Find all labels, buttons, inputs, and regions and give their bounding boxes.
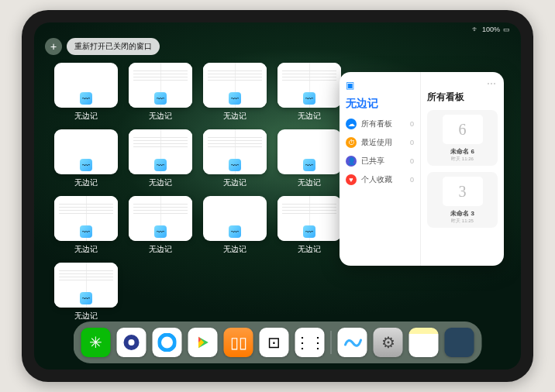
- app-window-thumb[interactable]: 〰无边记: [53, 63, 119, 126]
- thumb-label: 无边记: [149, 244, 172, 255]
- board-name: 未命名 6: [450, 147, 474, 156]
- thumb-label: 无边记: [298, 177, 321, 188]
- sidebar-item-label: 已共享: [361, 156, 405, 167]
- dock-wechat-icon[interactable]: ✳: [81, 328, 111, 357]
- app-window-thumb[interactable]: 〰无边记: [127, 196, 194, 260]
- battery-icon: ▭: [503, 26, 510, 33]
- sidebar-item-count: 0: [410, 120, 414, 128]
- thumb-label: 无边记: [298, 111, 321, 122]
- board-name: 未命名 3: [450, 209, 474, 218]
- app-window-thumb[interactable]: 〰无边记: [127, 129, 194, 193]
- sidebar-item-count: 0: [410, 176, 414, 184]
- app-window-thumb[interactable]: 〰无边记: [53, 196, 119, 260]
- ipad-frame: ᯤ 100% ▭ + 重新打开已关闭的窗口 〰无边记〰无边记〰无边记〰无边记〰无…: [22, 10, 533, 382]
- new-window-button[interactable]: +: [45, 38, 62, 55]
- boards-heading: 所有看板: [427, 91, 498, 104]
- freeform-app-icon: 〰: [303, 159, 315, 171]
- board-timestamp: 昨天 11:25: [451, 218, 474, 225]
- board-preview: 3: [443, 177, 483, 206]
- dock-browser-icon[interactable]: [117, 328, 147, 357]
- wifi-icon: ᯤ: [472, 26, 479, 33]
- app-window-thumb[interactable]: 〰无边记: [276, 196, 343, 260]
- thumb-label: 无边记: [149, 111, 172, 122]
- board-preview: 6: [443, 115, 483, 144]
- screen: ᯤ 100% ▭ + 重新打开已关闭的窗口 〰无边记〰无边记〰无边记〰无边记〰无…: [34, 22, 521, 370]
- board-timestamp: 昨天 11:26: [451, 156, 474, 163]
- freeform-app-icon: 〰: [154, 92, 167, 105]
- dock-separator: [331, 331, 332, 354]
- thumb-label: 无边记: [74, 111, 98, 122]
- thumb-label: 无边记: [74, 311, 98, 322]
- sidebar-item-count: 0: [410, 139, 414, 146]
- sidebar-item-label: 个人收藏: [361, 174, 405, 185]
- dock-books-icon[interactable]: ▯▯: [224, 328, 253, 357]
- sidebar-item-count: 0: [410, 157, 414, 165]
- sidebar-toggle-icon[interactable]: ▣: [346, 80, 354, 91]
- blue-category-icon: ☁: [346, 119, 357, 129]
- dock-recents-icon[interactable]: [445, 328, 474, 357]
- dock-share-icon[interactable]: ⋮⋮: [295, 328, 325, 357]
- thumb-label: 无边记: [149, 177, 172, 188]
- freeform-app-icon: 〰: [80, 159, 92, 171]
- freeform-app-icon: 〰: [80, 92, 92, 105]
- dock-freeform-icon[interactable]: [338, 328, 367, 357]
- app-window-thumb[interactable]: 〰无边记: [127, 63, 194, 126]
- app-window-thumb[interactable]: 〰无边记: [202, 63, 268, 126]
- thumb-label: 无边记: [74, 244, 98, 255]
- board-card[interactable]: 3未命名 3昨天 11:25: [427, 172, 498, 228]
- svg-point-1: [129, 339, 135, 346]
- sidebar-item-最近使用[interactable]: ⏱最近使用0: [346, 137, 414, 148]
- thumb-label: 无边记: [223, 111, 246, 122]
- popover-content: ⋯ 所有看板 6未命名 6昨天 11:263未命名 3昨天 11:25: [421, 72, 504, 266]
- indigo-category-icon: 👤: [346, 156, 357, 167]
- popover-title: 无边记: [346, 97, 414, 111]
- dock-game-icon[interactable]: ⊡: [260, 328, 289, 357]
- app-window-thumb[interactable]: 〰无边记: [53, 263, 119, 326]
- app-window-thumb[interactable]: 〰无边记: [276, 63, 343, 126]
- reopen-closed-window-button[interactable]: 重新打开已关闭的窗口: [67, 38, 160, 55]
- freeform-app-icon: 〰: [154, 225, 167, 238]
- thumb-label: 无边记: [223, 177, 246, 188]
- freeform-app-icon: 〰: [229, 159, 241, 171]
- freeform-app-icon: 〰: [229, 92, 241, 105]
- app-window-thumb[interactable]: 〰无边记: [202, 129, 268, 193]
- dock-settings-icon[interactable]: ⚙: [374, 328, 403, 357]
- app-window-thumb[interactable]: 〰无边记: [276, 129, 343, 193]
- reopen-bar: + 重新打开已关闭的窗口: [45, 38, 160, 55]
- battery-label: 100%: [482, 26, 500, 33]
- status-bar: ᯤ 100% ▭: [34, 26, 521, 33]
- freeform-app-icon: 〰: [229, 225, 241, 238]
- dock-qq-browser-icon[interactable]: [153, 328, 182, 357]
- freeform-popover: ▣ 无边记 ☁所有看板0⏱最近使用0👤已共享0♥个人收藏0 ⋯ 所有看板 6未命…: [340, 72, 504, 266]
- app-switcher-grid: 〰无边记〰无边记〰无边记〰无边记〰无边记〰无边记〰无边记〰无边记〰无边记〰无边记…: [53, 63, 343, 326]
- thumb-label: 无边记: [298, 244, 321, 255]
- red-category-icon: ♥: [346, 174, 357, 185]
- sidebar-item-个人收藏[interactable]: ♥个人收藏0: [346, 174, 414, 185]
- thumb-label: 无边记: [223, 244, 246, 255]
- dock-notes-icon[interactable]: [409, 328, 439, 357]
- thumb-label: 无边记: [74, 177, 98, 188]
- freeform-app-icon: 〰: [154, 159, 167, 171]
- popover-more-icon[interactable]: ⋯: [487, 78, 496, 89]
- sidebar-item-label: 最近使用: [361, 137, 405, 148]
- sidebar-item-已共享[interactable]: 👤已共享0: [346, 156, 414, 167]
- sidebar-item-label: 所有看板: [361, 119, 405, 129]
- yellow-category-icon: ⏱: [346, 137, 357, 148]
- freeform-app-icon: 〰: [80, 225, 92, 238]
- app-window-thumb[interactable]: 〰无边记: [202, 196, 268, 260]
- app-window-thumb[interactable]: 〰无边记: [53, 129, 119, 193]
- freeform-app-icon: 〰: [303, 92, 315, 105]
- dock: ✳▯▯⊡⋮⋮⚙: [74, 322, 482, 363]
- popover-sidebar: ▣ 无边记 ☁所有看板0⏱最近使用0👤已共享0♥个人收藏0: [340, 72, 421, 266]
- status-right: ᯤ 100% ▭: [472, 26, 510, 33]
- board-card[interactable]: 6未命名 6昨天 11:26: [427, 110, 498, 166]
- dock-play-icon[interactable]: [188, 328, 218, 357]
- svg-point-2: [160, 335, 175, 350]
- freeform-app-icon: 〰: [303, 225, 315, 238]
- sidebar-item-所有看板[interactable]: ☁所有看板0: [346, 119, 414, 129]
- freeform-app-icon: 〰: [80, 292, 92, 304]
